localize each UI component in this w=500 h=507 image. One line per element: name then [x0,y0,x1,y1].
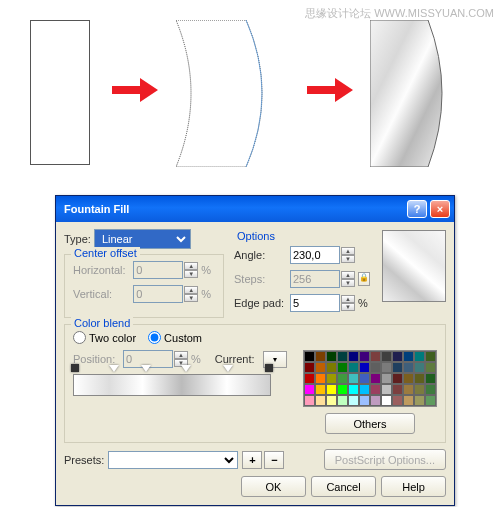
ok-button[interactable]: OK [241,476,306,497]
palette-color[interactable] [370,351,381,362]
palette-color[interactable] [425,384,436,395]
palette-color[interactable] [359,384,370,395]
palette-color[interactable] [414,384,425,395]
preset-add-button[interactable]: + [242,451,262,469]
palette-color[interactable] [414,373,425,384]
color-blend-legend: Color blend [71,317,133,329]
palette-color[interactable] [381,373,392,384]
help-button[interactable]: Help [381,476,446,497]
palette-color[interactable] [414,362,425,373]
vertical-spinner: ▲▼ [133,285,198,303]
color-palette[interactable] [303,350,437,407]
palette-color[interactable] [348,351,359,362]
palette-color[interactable] [315,384,326,395]
horizontal-label: Horizontal: [73,264,129,276]
options-legend: Options [234,230,278,242]
others-button[interactable]: Others [325,413,415,434]
palette-color[interactable] [326,395,337,406]
presets-label: Presets: [64,454,104,466]
preset-remove-button[interactable]: − [264,451,284,469]
palette-color[interactable] [359,351,370,362]
palette-color[interactable] [337,384,348,395]
current-label: Current: [215,353,255,365]
palette-color[interactable] [425,373,436,384]
palette-color[interactable] [348,362,359,373]
palette-color[interactable] [304,362,315,373]
palette-color[interactable] [304,373,315,384]
palette-color[interactable] [392,351,403,362]
cancel-button[interactable]: Cancel [311,476,376,497]
palette-color[interactable] [337,395,348,406]
type-label: Type: [64,233,91,245]
palette-color[interactable] [370,362,381,373]
palette-color[interactable] [359,395,370,406]
titlebar[interactable]: Fountain Fill ? × [56,196,454,222]
palette-color[interactable] [337,362,348,373]
palette-color[interactable] [326,384,337,395]
palette-color[interactable] [315,395,326,406]
palette-color[interactable] [370,384,381,395]
palette-color[interactable] [425,351,436,362]
palette-color[interactable] [315,362,326,373]
palette-color[interactable] [403,351,414,362]
palette-color[interactable] [381,351,392,362]
palette-color[interactable] [359,362,370,373]
steps-spinner: ▲▼ [290,270,355,288]
two-color-radio[interactable]: Two color [73,331,136,344]
palette-color[interactable] [348,395,359,406]
type-select[interactable]: Linear [95,230,190,248]
shape-curved [176,20,281,165]
arrow-icon [110,75,160,105]
custom-radio[interactable]: Custom [148,331,202,344]
palette-color[interactable] [315,351,326,362]
palette-color[interactable] [425,362,436,373]
palette-color[interactable] [381,395,392,406]
fountain-fill-dialog: Fountain Fill ? × Type: Linear Center of… [55,195,455,506]
arrow-icon [305,75,355,105]
palette-color[interactable] [381,384,392,395]
palette-color[interactable] [425,395,436,406]
palette-color[interactable] [326,351,337,362]
palette-color[interactable] [414,351,425,362]
palette-color[interactable] [337,351,348,362]
shape-gradient [370,20,456,165]
palette-color[interactable] [370,395,381,406]
horizontal-spinner: ▲▼ [133,261,198,279]
palette-color[interactable] [370,373,381,384]
center-offset-legend: Center offset [71,247,140,259]
palette-color[interactable] [304,351,315,362]
palette-color[interactable] [304,395,315,406]
palette-color[interactable] [304,384,315,395]
palette-color[interactable] [392,384,403,395]
palette-color[interactable] [403,373,414,384]
palette-color[interactable] [315,373,326,384]
palette-color[interactable] [348,384,359,395]
palette-color[interactable] [381,362,392,373]
palette-color[interactable] [326,373,337,384]
gradient-preview [382,230,446,302]
dialog-title: Fountain Fill [60,203,404,215]
palette-color[interactable] [359,373,370,384]
palette-color[interactable] [403,384,414,395]
gradient-editor[interactable] [73,374,293,396]
palette-color[interactable] [326,362,337,373]
presets-select[interactable] [108,451,238,469]
steps-label: Steps: [234,273,286,285]
palette-color[interactable] [348,373,359,384]
lock-icon[interactable]: 🔒 [358,272,370,286]
palette-color[interactable] [392,373,403,384]
postscript-button: PostScript Options... [324,449,446,470]
palette-color[interactable] [414,395,425,406]
palette-color[interactable] [392,395,403,406]
palette-color[interactable] [403,395,414,406]
center-offset-group: Center offset Horizontal: ▲▼ % Vertical:… [64,254,224,318]
palette-color[interactable] [403,362,414,373]
help-icon[interactable]: ? [407,200,427,218]
edge-pad-spinner[interactable]: ▲▼ [290,294,355,312]
color-blend-group: Color blend Two color Custom Position: ▲… [64,324,446,443]
palette-color[interactable] [392,362,403,373]
edge-pad-label: Edge pad: [234,297,286,309]
angle-spinner[interactable]: ▲▼ [290,246,355,264]
close-icon[interactable]: × [430,200,450,218]
palette-color[interactable] [337,373,348,384]
